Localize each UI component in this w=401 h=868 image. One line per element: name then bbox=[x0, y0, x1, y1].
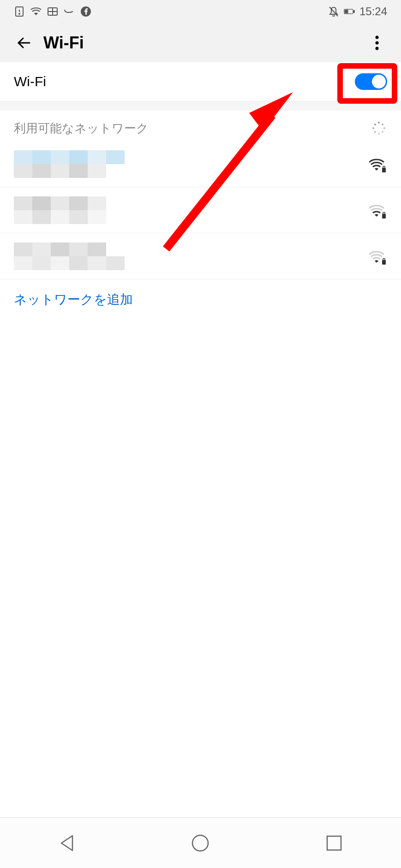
svg-rect-25 bbox=[382, 260, 386, 265]
svg-rect-24 bbox=[382, 214, 386, 218]
svg-marker-28 bbox=[61, 836, 72, 850]
svg-point-20 bbox=[374, 131, 376, 133]
add-network-label: ネットワークを追加 bbox=[14, 291, 387, 308]
svg-point-2 bbox=[19, 13, 20, 14]
wifi-signal-weak-icon bbox=[369, 248, 387, 265]
navigation-bar bbox=[0, 817, 401, 868]
add-network-button[interactable]: ネットワークを追加 bbox=[0, 279, 401, 320]
sim-alert-icon bbox=[14, 6, 25, 17]
wifi-toggle[interactable] bbox=[355, 73, 387, 90]
nav-home-button[interactable] bbox=[186, 829, 214, 857]
wifi-toggle-row: Wi-Fi bbox=[0, 62, 401, 101]
status-right-icons: 15:24 bbox=[328, 5, 387, 18]
svg-point-29 bbox=[192, 835, 208, 851]
network-item[interactable] bbox=[0, 141, 401, 187]
svg-rect-23 bbox=[382, 168, 386, 172]
status-bar: 15:24 bbox=[0, 0, 401, 23]
available-networks-header: 利用可能なネットワーク bbox=[0, 111, 401, 141]
svg-point-19 bbox=[378, 133, 380, 135]
nav-recent-button[interactable] bbox=[320, 829, 348, 857]
svg-point-13 bbox=[376, 41, 379, 44]
wifi-signal-medium-icon bbox=[369, 202, 387, 218]
keyboard-icon bbox=[47, 6, 58, 17]
svg-point-18 bbox=[382, 131, 383, 133]
network-name-redacted bbox=[14, 242, 369, 270]
back-button[interactable] bbox=[14, 33, 34, 53]
network-name-redacted bbox=[14, 150, 369, 178]
svg-point-22 bbox=[374, 124, 376, 125]
loading-spinner-icon bbox=[371, 120, 387, 136]
status-left-icons bbox=[14, 6, 91, 17]
svg-rect-30 bbox=[327, 836, 341, 850]
svg-point-16 bbox=[382, 124, 383, 125]
section-title: 利用可能なネットワーク bbox=[14, 120, 149, 136]
network-item[interactable] bbox=[0, 233, 401, 279]
wifi-signal-strong-icon bbox=[369, 156, 387, 172]
svg-point-17 bbox=[383, 127, 385, 129]
svg-rect-9 bbox=[345, 10, 347, 13]
header: Wi-Fi bbox=[0, 23, 401, 62]
svg-rect-10 bbox=[353, 11, 354, 13]
nav-back-button[interactable] bbox=[53, 829, 81, 857]
more-options-button[interactable] bbox=[367, 33, 387, 53]
wifi-toggle-label: Wi-Fi bbox=[14, 74, 46, 89]
page-title: Wi-Fi bbox=[43, 33, 84, 53]
battery-icon bbox=[344, 6, 355, 17]
wifi-icon bbox=[30, 6, 42, 17]
hook-icon bbox=[64, 6, 75, 17]
network-name-redacted bbox=[14, 196, 369, 224]
network-item[interactable] bbox=[0, 187, 401, 233]
svg-point-21 bbox=[372, 127, 374, 129]
facebook-icon bbox=[80, 6, 91, 17]
status-time: 15:24 bbox=[359, 5, 387, 18]
svg-point-15 bbox=[378, 122, 380, 124]
svg-point-14 bbox=[376, 47, 379, 50]
notification-off-icon bbox=[328, 6, 339, 17]
svg-point-12 bbox=[376, 35, 379, 39]
